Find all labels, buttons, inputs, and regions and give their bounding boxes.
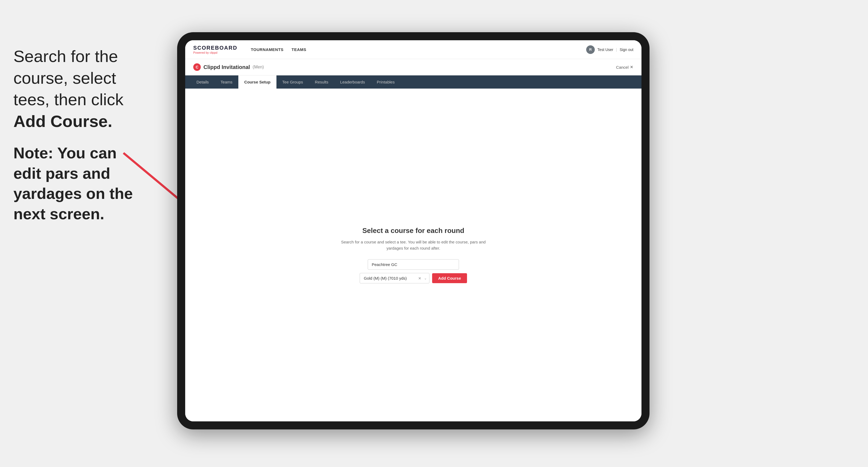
cancel-button[interactable]: Cancel ✕ [616, 65, 633, 69]
add-course-button[interactable]: Add Course [432, 273, 467, 283]
sign-out-link[interactable]: Sign out [620, 48, 633, 52]
annotation-note4: next screen. [13, 205, 104, 222]
annotation-note3: yardages on the [13, 185, 133, 202]
tablet-device: SCOREBOARD Powered by clippd TOURNAMENTS… [177, 32, 650, 429]
tab-teams[interactable]: Teams [215, 75, 238, 89]
course-search-input[interactable] [368, 259, 459, 270]
tab-results[interactable]: Results [309, 75, 334, 89]
tee-select-wrapper: Gold (M) (M) (7010 yds) ✕ ⌄ [360, 273, 429, 283]
tee-clear-icon[interactable]: ✕ [418, 276, 422, 280]
separator: | [616, 48, 617, 52]
tee-chevron-icon: ⌄ [424, 276, 427, 280]
annotation-block: Search for the course, select tees, then… [0, 35, 166, 245]
annotation-note1: Note: You can [13, 144, 117, 162]
tab-course-setup[interactable]: Course Setup [238, 75, 276, 89]
cancel-label: Cancel [616, 65, 628, 69]
user-avatar: R [586, 45, 595, 54]
tab-leaderboards[interactable]: Leaderboards [334, 75, 371, 89]
tab-bar: Details Teams Course Setup Tee Groups Re… [185, 75, 642, 89]
cancel-icon: ✕ [630, 65, 633, 69]
nav-links: TOURNAMENTS TEAMS [251, 46, 586, 53]
tournament-name: Clippd Invitational [204, 64, 250, 70]
card-description: Search for a course and select a tee. Yo… [333, 239, 494, 251]
nav-teams[interactable]: TEAMS [291, 46, 306, 53]
app-logo: SCOREBOARD [193, 45, 237, 51]
tablet-screen: SCOREBOARD Powered by clippd TOURNAMENTS… [185, 40, 642, 422]
tournament-title: C Clippd Invitational (Men) [193, 63, 264, 71]
tournament-header: C Clippd Invitational (Men) Cancel ✕ [185, 59, 642, 75]
nav-tournaments[interactable]: TOURNAMENTS [251, 46, 283, 53]
main-content: Select a course for each round Search fo… [185, 89, 642, 422]
user-area: R Test User | Sign out [586, 45, 633, 54]
annotation-line2: course, select [13, 69, 116, 87]
tab-tee-groups[interactable]: Tee Groups [276, 75, 309, 89]
logo-subtitle: Powered by clippd [193, 51, 237, 54]
course-setup-card: Select a course for each round Search fo… [333, 226, 494, 283]
tab-details[interactable]: Details [191, 75, 215, 89]
annotation-line1: Search for the [13, 47, 118, 65]
annotation-line4: Add Course. [13, 112, 113, 130]
annotation-line3: tees, then click [13, 90, 123, 109]
tab-printables[interactable]: Printables [371, 75, 401, 89]
logo-area: SCOREBOARD Powered by clippd [193, 45, 237, 54]
top-navbar: SCOREBOARD Powered by clippd TOURNAMENTS… [185, 40, 642, 59]
card-title: Select a course for each round [333, 226, 494, 235]
tee-select-row: Gold (M) (M) (7010 yds) ✕ ⌄ Add Course [333, 273, 494, 283]
annotation-note2: edit pars and [13, 164, 110, 182]
tournament-type: (Men) [253, 65, 264, 69]
tournament-icon: C [193, 63, 201, 71]
user-name: Test User [597, 48, 613, 52]
